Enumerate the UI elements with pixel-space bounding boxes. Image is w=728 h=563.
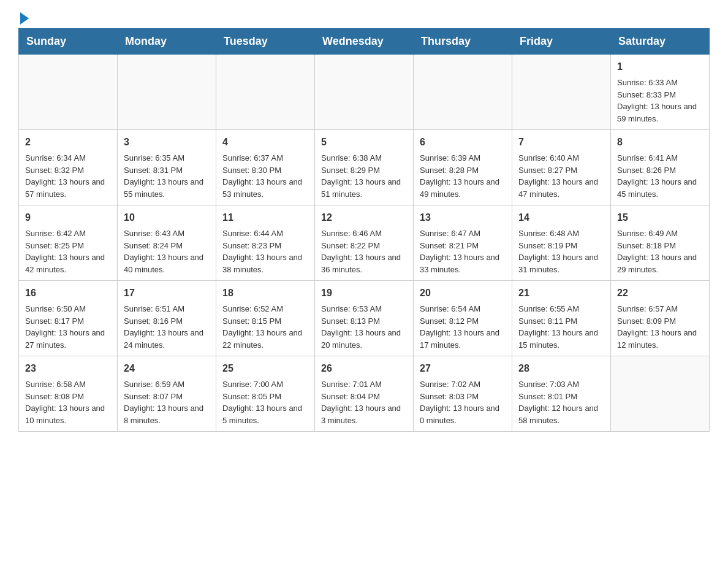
table-row: 7Sunrise: 6:40 AMSunset: 8:27 PMDaylight… <box>512 130 611 205</box>
day-number: 24 <box>124 361 210 376</box>
day-info: Sunrise: 6:47 AMSunset: 8:21 PMDaylight:… <box>420 228 506 275</box>
page-header <box>18 12 710 22</box>
day-number: 21 <box>518 286 604 301</box>
table-row: 21Sunrise: 6:55 AMSunset: 8:11 PMDayligh… <box>512 281 611 356</box>
day-number: 1 <box>617 59 703 74</box>
day-info: Sunrise: 6:42 AMSunset: 8:25 PMDaylight:… <box>25 228 111 275</box>
day-number: 23 <box>25 361 111 376</box>
calendar-week-row: 23Sunrise: 6:58 AMSunset: 8:08 PMDayligh… <box>19 356 710 432</box>
day-info: Sunrise: 6:53 AMSunset: 8:13 PMDaylight:… <box>321 303 407 351</box>
day-number: 15 <box>617 210 703 225</box>
day-info: Sunrise: 6:39 AMSunset: 8:28 PMDaylight:… <box>420 152 506 200</box>
table-row: 9Sunrise: 6:42 AMSunset: 8:25 PMDaylight… <box>19 205 118 281</box>
table-row <box>512 55 611 130</box>
day-info: Sunrise: 7:02 AMSunset: 8:03 PMDaylight:… <box>420 378 506 426</box>
calendar-week-row: 16Sunrise: 6:50 AMSunset: 8:17 PMDayligh… <box>19 281 710 356</box>
logo-arrow-icon <box>20 12 29 25</box>
calendar-week-row: 1Sunrise: 6:33 AMSunset: 8:33 PMDaylight… <box>19 55 710 130</box>
col-monday: Monday <box>118 29 216 55</box>
day-info: Sunrise: 6:34 AMSunset: 8:32 PMDaylight:… <box>25 152 111 200</box>
table-row: 27Sunrise: 7:02 AMSunset: 8:03 PMDayligh… <box>414 356 512 432</box>
col-friday: Friday <box>512 29 611 55</box>
table-row: 6Sunrise: 6:39 AMSunset: 8:28 PMDaylight… <box>414 130 512 205</box>
table-row: 24Sunrise: 6:59 AMSunset: 8:07 PMDayligh… <box>118 356 216 432</box>
day-info: Sunrise: 6:46 AMSunset: 8:22 PMDaylight:… <box>321 228 407 275</box>
table-row: 5Sunrise: 6:38 AMSunset: 8:29 PMDaylight… <box>315 130 414 205</box>
table-row: 20Sunrise: 6:54 AMSunset: 8:12 PMDayligh… <box>414 281 512 356</box>
logo <box>18 12 29 22</box>
table-row: 14Sunrise: 6:48 AMSunset: 8:19 PMDayligh… <box>512 205 611 281</box>
calendar-week-row: 2Sunrise: 6:34 AMSunset: 8:32 PMDaylight… <box>19 130 710 205</box>
table-row: 4Sunrise: 6:37 AMSunset: 8:30 PMDaylight… <box>216 130 315 205</box>
day-info: Sunrise: 6:33 AMSunset: 8:33 PMDaylight:… <box>617 77 703 124</box>
col-thursday: Thursday <box>414 29 512 55</box>
day-info: Sunrise: 6:43 AMSunset: 8:24 PMDaylight:… <box>124 228 210 275</box>
day-number: 16 <box>25 286 111 301</box>
day-info: Sunrise: 7:01 AMSunset: 8:04 PMDaylight:… <box>321 378 407 426</box>
table-row: 19Sunrise: 6:53 AMSunset: 8:13 PMDayligh… <box>315 281 414 356</box>
day-number: 19 <box>321 286 407 301</box>
table-row: 17Sunrise: 6:51 AMSunset: 8:16 PMDayligh… <box>118 281 216 356</box>
day-number: 26 <box>321 361 407 376</box>
day-info: Sunrise: 6:41 AMSunset: 8:26 PMDaylight:… <box>617 152 703 200</box>
table-row: 1Sunrise: 6:33 AMSunset: 8:33 PMDaylight… <box>611 55 710 130</box>
day-info: Sunrise: 6:55 AMSunset: 8:11 PMDaylight:… <box>518 303 604 351</box>
table-row: 10Sunrise: 6:43 AMSunset: 8:24 PMDayligh… <box>118 205 216 281</box>
day-number: 14 <box>518 210 604 225</box>
table-row <box>216 55 315 130</box>
day-info: Sunrise: 6:49 AMSunset: 8:18 PMDaylight:… <box>617 228 703 275</box>
day-number: 28 <box>518 361 604 376</box>
table-row: 12Sunrise: 6:46 AMSunset: 8:22 PMDayligh… <box>315 205 414 281</box>
day-number: 17 <box>124 286 210 301</box>
day-info: Sunrise: 6:54 AMSunset: 8:12 PMDaylight:… <box>420 303 506 351</box>
day-info: Sunrise: 6:59 AMSunset: 8:07 PMDaylight:… <box>124 378 210 426</box>
table-row: 26Sunrise: 7:01 AMSunset: 8:04 PMDayligh… <box>315 356 414 432</box>
table-row: 11Sunrise: 6:44 AMSunset: 8:23 PMDayligh… <box>216 205 315 281</box>
col-saturday: Saturday <box>611 29 710 55</box>
day-number: 12 <box>321 210 407 225</box>
table-row <box>315 55 414 130</box>
calendar-header-row: Sunday Monday Tuesday Wednesday Thursday… <box>19 29 710 55</box>
table-row: 25Sunrise: 7:00 AMSunset: 8:05 PMDayligh… <box>216 356 315 432</box>
day-info: Sunrise: 6:37 AMSunset: 8:30 PMDaylight:… <box>222 152 308 200</box>
day-number: 8 <box>617 135 703 150</box>
day-number: 18 <box>222 286 308 301</box>
table-row: 15Sunrise: 6:49 AMSunset: 8:18 PMDayligh… <box>611 205 710 281</box>
calendar-week-row: 9Sunrise: 6:42 AMSunset: 8:25 PMDaylight… <box>19 205 710 281</box>
day-info: Sunrise: 7:00 AMSunset: 8:05 PMDaylight:… <box>222 378 308 426</box>
day-info: Sunrise: 6:44 AMSunset: 8:23 PMDaylight:… <box>222 228 308 275</box>
table-row <box>611 356 710 432</box>
day-info: Sunrise: 6:48 AMSunset: 8:19 PMDaylight:… <box>518 228 604 275</box>
col-sunday: Sunday <box>19 29 118 55</box>
table-row: 13Sunrise: 6:47 AMSunset: 8:21 PMDayligh… <box>414 205 512 281</box>
day-number: 6 <box>420 135 506 150</box>
table-row: 18Sunrise: 6:52 AMSunset: 8:15 PMDayligh… <box>216 281 315 356</box>
day-number: 2 <box>25 135 111 150</box>
day-info: Sunrise: 6:52 AMSunset: 8:15 PMDaylight:… <box>222 303 308 351</box>
day-number: 4 <box>222 135 308 150</box>
day-info: Sunrise: 6:51 AMSunset: 8:16 PMDaylight:… <box>124 303 210 351</box>
day-number: 7 <box>518 135 604 150</box>
table-row: 2Sunrise: 6:34 AMSunset: 8:32 PMDaylight… <box>19 130 118 205</box>
day-number: 3 <box>124 135 210 150</box>
day-info: Sunrise: 6:40 AMSunset: 8:27 PMDaylight:… <box>518 152 604 200</box>
day-number: 9 <box>25 210 111 225</box>
day-info: Sunrise: 6:50 AMSunset: 8:17 PMDaylight:… <box>25 303 111 351</box>
day-number: 27 <box>420 361 506 376</box>
table-row: 23Sunrise: 6:58 AMSunset: 8:08 PMDayligh… <box>19 356 118 432</box>
table-row <box>414 55 512 130</box>
table-row: 16Sunrise: 6:50 AMSunset: 8:17 PMDayligh… <box>19 281 118 356</box>
day-number: 13 <box>420 210 506 225</box>
table-row: 28Sunrise: 7:03 AMSunset: 8:01 PMDayligh… <box>512 356 611 432</box>
col-wednesday: Wednesday <box>315 29 414 55</box>
day-info: Sunrise: 6:35 AMSunset: 8:31 PMDaylight:… <box>124 152 210 200</box>
day-number: 5 <box>321 135 407 150</box>
table-row: 8Sunrise: 6:41 AMSunset: 8:26 PMDaylight… <box>611 130 710 205</box>
day-number: 25 <box>222 361 308 376</box>
table-row <box>19 55 118 130</box>
day-info: Sunrise: 6:58 AMSunset: 8:08 PMDaylight:… <box>25 378 111 426</box>
day-number: 10 <box>124 210 210 225</box>
table-row <box>118 55 216 130</box>
day-info: Sunrise: 6:38 AMSunset: 8:29 PMDaylight:… <box>321 152 407 200</box>
calendar-table: Sunday Monday Tuesday Wednesday Thursday… <box>18 28 710 432</box>
